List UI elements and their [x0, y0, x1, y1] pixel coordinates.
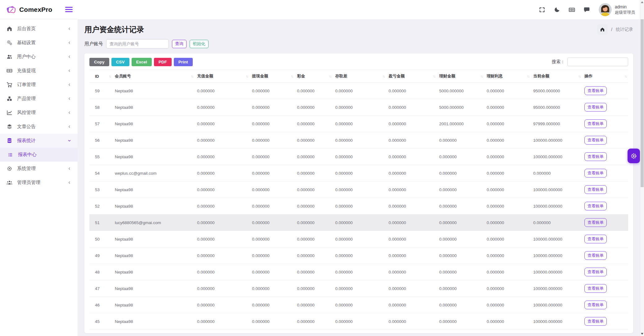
cell-id: 50	[89, 231, 112, 247]
column-header-id[interactable]: ID↑↓	[89, 70, 112, 83]
view-bill-button[interactable]: 查看账单	[584, 202, 607, 210]
cell-interest: 0.000000	[484, 313, 531, 330]
cell-recharge: 0.000000	[195, 280, 250, 297]
export-pdf-button[interactable]: PDF	[154, 58, 172, 66]
cell-balance: 100000.000000	[531, 264, 582, 280]
sidebar-item-system[interactable]: 系统管理	[0, 162, 78, 176]
sidebar-item-home[interactable]: 后台首页	[0, 22, 78, 36]
export-copy-button[interactable]: Copy	[89, 58, 109, 66]
user-menu[interactable]: admin 超级管理员	[599, 3, 635, 16]
view-bill-button[interactable]: 查看账单	[584, 218, 607, 227]
column-header-account[interactable]: 会员账号↑↓	[112, 70, 195, 83]
sidebar-item-risk-control[interactable]: 风控管理	[0, 106, 78, 120]
chevron-left-icon	[67, 27, 71, 31]
cell-interest: 0.000000	[484, 165, 531, 182]
view-bill-button[interactable]: 查看账单	[584, 103, 607, 112]
cell-action: 查看账单	[582, 264, 628, 280]
chat-icon[interactable]	[583, 7, 590, 13]
fullscreen-icon[interactable]	[539, 7, 545, 13]
view-bill-button[interactable]: 查看账单	[584, 235, 607, 243]
view-bill-button[interactable]: 查看账单	[584, 251, 607, 260]
table-row-54: 54weplus.cc@gmail.com0.0000000.0000000.0…	[89, 165, 628, 182]
column-header-action[interactable]: 操作↑↓	[582, 70, 628, 83]
view-bill-button[interactable]: 查看账单	[584, 169, 607, 177]
column-header-pnl[interactable]: 盈亏金额↑↓	[386, 70, 437, 83]
account-filter-input[interactable]	[106, 39, 169, 48]
sidebar-item-report-center[interactable]: 报表中心	[0, 148, 78, 162]
sidebar-item-label: 后台首页	[17, 26, 63, 32]
sidebar-item-orders[interactable]: 订单管理	[0, 78, 78, 92]
sidebar-item-label: 订单管理	[17, 82, 63, 88]
cell-account: lucy6880565@gmai.com	[112, 214, 195, 231]
sort-icon: ↑↓	[246, 74, 248, 78]
cash-icon[interactable]	[569, 7, 575, 13]
export-excel-button[interactable]: Excel	[132, 58, 152, 66]
view-bill-button[interactable]: 查看账单	[584, 268, 607, 276]
view-bill-button[interactable]: 查看账单	[584, 86, 607, 95]
column-label: 充值金额	[197, 74, 213, 78]
table-search: 搜索：	[552, 58, 628, 66]
sidebar-item-recharge-withdraw[interactable]: 充值提现	[0, 64, 78, 78]
reset-button[interactable]: 初始化	[190, 40, 209, 48]
layers-icon	[6, 124, 12, 130]
breadcrumb-home-icon[interactable]	[597, 24, 608, 35]
cell-interest: 0.000000	[484, 198, 531, 214]
column-header-recharge[interactable]: 充值金额↑↓	[195, 70, 250, 83]
menu-toggle-icon[interactable]	[65, 5, 73, 14]
view-bill-button[interactable]: 查看账单	[584, 284, 607, 293]
table-search-input[interactable]	[567, 58, 628, 66]
cell-pnl: 0.000000	[386, 297, 437, 313]
comexpro-logo-icon[interactable]	[6, 4, 17, 15]
cell-interest: 0.000000	[484, 330, 531, 334]
sidebar-item-articles[interactable]: 文章公告	[0, 120, 78, 134]
column-header-balance[interactable]: 当前余额↑↓	[531, 70, 582, 83]
sidebar-item-report-stats[interactable]: 报表统计	[0, 134, 78, 148]
export-print-button[interactable]: Print	[174, 58, 193, 66]
cell-recharge: 0.000000	[195, 313, 250, 330]
settings-gear-button[interactable]	[628, 149, 640, 163]
cell-bonus: 0.000000	[295, 149, 333, 165]
chevron-left-icon	[67, 97, 71, 101]
column-header-withdraw[interactable]: 提现金额↑↓	[250, 70, 295, 83]
cell-finance: 0.000000	[437, 280, 484, 297]
table-body: 59Neptaa980.0000000.0000000.0000000.0000…	[89, 83, 628, 334]
cell-id: 47	[89, 280, 112, 297]
column-header-bonus[interactable]: 彩金↑↓	[295, 70, 333, 83]
cell-pnl: 0.000000	[386, 214, 437, 231]
cell-action: 查看账单	[582, 132, 628, 149]
sidebar-item-basic-settings[interactable]: 基础设置	[0, 36, 78, 50]
sidebar-item-products[interactable]: 产品管理	[0, 92, 78, 106]
view-bill-button[interactable]: 查看账单	[584, 136, 607, 145]
filter-label: 用户账号	[84, 41, 103, 47]
cell-pnl: 0.000000	[386, 116, 437, 132]
view-bill-button[interactable]: 查看账单	[584, 185, 607, 194]
view-bill-button[interactable]: 查看账单	[584, 301, 607, 309]
column-header-diff[interactable]: 存取差↑↓	[333, 70, 386, 83]
page-scrollbar[interactable]	[640, 0, 644, 336]
view-bill-button[interactable]: 查看账单	[584, 152, 607, 161]
sidebar-item-admins[interactable]: 管理员管理	[0, 176, 78, 190]
column-header-finance[interactable]: 理财金额↑↓	[437, 70, 484, 83]
scrollbar-up-arrow[interactable]	[641, 1, 643, 3]
table-card: CopyCSVExcelPDFPrint 搜索： ID↑↓会员账号↑↓充值金额↑…	[84, 53, 633, 333]
scrollbar-thumb[interactable]	[641, 19, 644, 187]
query-button[interactable]: 查询	[172, 40, 187, 48]
chevron-left-icon	[67, 181, 71, 185]
cell-finance: 0.000000	[437, 247, 484, 264]
table-row-47: 47Neptaa980.0000000.0000000.0000000.0000…	[89, 280, 628, 297]
table-row-44: 44Neptaa980.0000000.0000000.0000000.0000…	[89, 330, 628, 334]
view-bill-button[interactable]: 查看账单	[584, 119, 607, 128]
users-icon	[6, 54, 12, 60]
cell-action: 查看账单	[582, 116, 628, 132]
export-csv-button[interactable]: CSV	[111, 58, 129, 66]
sidebar-item-user-center[interactable]: 用户中心	[0, 50, 78, 64]
cell-action: 查看账单	[582, 313, 628, 330]
cell-finance: 5000.000000	[437, 99, 484, 116]
sidebar-item-label: 基础设置	[17, 40, 63, 46]
dark-mode-icon[interactable]	[554, 7, 560, 13]
cell-interest: 0.000000	[484, 182, 531, 198]
scrollbar-down-arrow[interactable]	[641, 333, 643, 335]
view-bill-button[interactable]: 查看账单	[584, 317, 607, 326]
column-header-interest[interactable]: 理财利息↑↓	[484, 70, 531, 83]
cell-balance: 100000.000000	[531, 132, 582, 149]
